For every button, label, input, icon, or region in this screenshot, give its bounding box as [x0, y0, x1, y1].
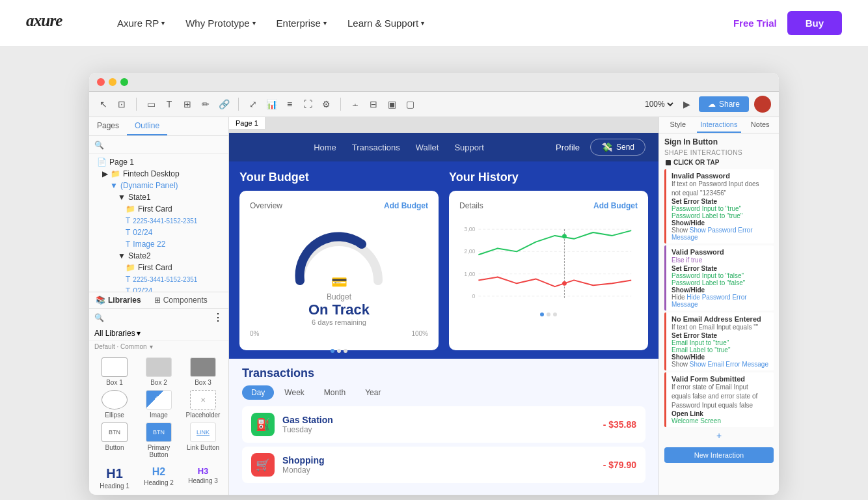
widget-icon[interactable]: ⊞ — [181, 98, 194, 111]
rectangle-icon[interactable]: ▭ — [144, 98, 157, 111]
comp-placeholder[interactable]: ✕ Placeholder — [183, 390, 223, 419]
proto-nav-wallet[interactable]: Wallet — [416, 143, 439, 152]
tree-item-fintech[interactable]: ▶ 📁 Fintech Desktop — [89, 168, 228, 180]
tree-item-card-number[interactable]: T 2225-3441-5152-2351 — [89, 215, 228, 227]
page-tree: 📄 Page 1 ▶ 📁 Fintech Desktop ▼ (Dynamic … — [89, 154, 228, 292]
close-dot[interactable] — [97, 78, 105, 86]
proto-nav-support[interactable]: Support — [454, 143, 484, 152]
comp-box1[interactable]: Box 1 — [94, 357, 135, 386]
tab-components[interactable]: ⊞ Components — [148, 292, 214, 308]
add-interaction[interactable]: + — [659, 429, 779, 442]
more-icon[interactable]: ⋮ — [213, 311, 223, 324]
ungroup-icon[interactable]: ▢ — [403, 98, 416, 111]
group-icon[interactable]: ▣ — [385, 98, 398, 111]
trans-tab-week[interactable]: Week — [275, 385, 313, 400]
fullscreen-dot[interactable] — [120, 78, 128, 86]
tab-notes[interactable]: Notes — [741, 117, 779, 133]
tree-item-first-card2[interactable]: 📁 First Card — [89, 262, 228, 273]
tree-item-date1[interactable]: T 02/24 — [89, 227, 228, 238]
new-interaction-button[interactable]: New Interaction — [664, 447, 774, 463]
select-tool-icon[interactable]: ↖ — [97, 98, 110, 111]
text-icon[interactable]: T — [163, 98, 176, 111]
tree-item-state1[interactable]: ▼ State1 — [89, 191, 228, 203]
h3-icon: H3 — [198, 466, 209, 476]
history-overview: Details — [459, 201, 483, 210]
proto-nav-links: Home Transactions Wallet Support — [242, 143, 556, 152]
comp-image[interactable]: 🏔 Image — [139, 390, 179, 419]
heading3-item[interactable]: H3 Heading 3 — [183, 466, 223, 490]
tree-item-card-number2[interactable]: T 2225-3441-5152-2351 — [89, 273, 228, 285]
search-input[interactable] — [94, 141, 223, 150]
ellipse-icon — [102, 390, 128, 410]
expand-icon[interactable]: ⛶ — [301, 98, 314, 111]
trans-tab-year[interactable]: Year — [356, 385, 390, 400]
buy-button[interactable]: Buy — [787, 11, 842, 35]
gear-icon[interactable]: ⚙ — [319, 98, 332, 111]
heading2-item[interactable]: H2 Heading 2 — [139, 466, 179, 490]
trans-tab-day[interactable]: Day — [242, 385, 274, 400]
lib-dropdown[interactable]: All Libraries ▾ — [89, 326, 228, 341]
primary-button-icon: BTN — [146, 423, 172, 442]
comp-button[interactable]: BTN Button — [94, 423, 135, 458]
trans-tabs: Day Week Month Year — [242, 385, 645, 400]
folder-icon: 📁 — [126, 263, 135, 272]
comp-link-button[interactable]: LINK Link Button — [183, 423, 223, 458]
tab-interactions[interactable]: Interactions — [697, 117, 742, 133]
svg-text:2,00: 2,00 — [464, 248, 475, 255]
nav-axure-rp[interactable]: Axure RP ▾ — [117, 18, 165, 29]
fit-icon[interactable]: ⤢ — [247, 98, 260, 111]
folder-icon: ▶ — [102, 169, 108, 178]
budget-add-button[interactable]: Add Budget — [384, 201, 428, 210]
tree-item-date2[interactable]: T 02/24 — [89, 285, 228, 292]
filter-icon[interactable]: ≡ — [283, 98, 296, 111]
connect-icon[interactable]: 🔗 — [217, 98, 230, 111]
nav-why-prototype[interactable]: Why Prototype ▾ — [185, 18, 255, 29]
nav-enterprise[interactable]: Enterprise ▾ — [277, 18, 327, 29]
library-icon: 📚 — [96, 296, 105, 305]
share-button[interactable]: ☁ Share — [699, 96, 749, 112]
lib-search-input[interactable] — [94, 313, 213, 322]
logo[interactable]: axure — [26, 11, 91, 35]
play-icon[interactable]: ▶ — [681, 98, 694, 111]
history-add-button[interactable]: Add Budget — [593, 201, 638, 210]
lib-search-bar: ⋮ — [89, 309, 228, 326]
comp-box2[interactable]: Box 2 — [139, 357, 179, 386]
hist-dot-2 — [547, 312, 550, 316]
tab-pages[interactable]: Pages — [89, 117, 127, 135]
tab-outline[interactable]: Outline — [127, 117, 167, 135]
proto-nav-profile[interactable]: Profile — [556, 143, 580, 152]
proto-nav-home[interactable]: Home — [314, 143, 336, 152]
trans-tab-month[interactable]: Month — [315, 385, 355, 400]
proto-send-button[interactable]: 💸 Send — [590, 139, 645, 156]
tab-style[interactable]: Style — [659, 117, 697, 133]
distribute-icon[interactable]: ⊟ — [367, 98, 380, 111]
avatar[interactable] — [754, 96, 771, 113]
toolbar-separator — [136, 98, 137, 111]
zoom-select[interactable]: 100% — [642, 99, 675, 109]
align-icon[interactable]: ⫠ — [349, 98, 362, 111]
free-trial-link[interactable]: Free Trial — [733, 18, 777, 29]
comp-ellipse[interactable]: Ellipse — [94, 390, 135, 419]
nav-learn-support[interactable]: Learn & Support ▾ — [347, 18, 424, 29]
crop-icon[interactable]: ⊡ — [115, 98, 128, 111]
interaction-invalid-password: Invalid Password If text on Password Inp… — [664, 169, 774, 243]
comp-primary-button[interactable]: BTN Primary Button — [139, 423, 179, 458]
gas-name: Gas Station — [282, 415, 595, 425]
tree-item-image22[interactable]: T Image 22 — [89, 238, 228, 250]
tree-item-page1[interactable]: 📄 Page 1 — [89, 156, 228, 168]
comp-box3[interactable]: Box 3 — [183, 357, 223, 386]
pen-icon[interactable]: ✏ — [199, 98, 212, 111]
minimize-dot[interactable] — [109, 78, 116, 86]
text-icon: T — [126, 216, 130, 225]
left-panel: Pages Outline 📄 Page 1 ▶ 📁 Fintech Deskt… — [89, 117, 229, 495]
tab-libraries[interactable]: 📚 Libraries — [89, 292, 148, 308]
proto-nav-transactions[interactable]: Transactions — [352, 143, 400, 152]
page-tab[interactable]: Page 1 — [229, 117, 265, 130]
tree-item-state2[interactable]: ▼ State2 — [89, 250, 228, 262]
chart-icon[interactable]: 📊 — [265, 98, 278, 111]
image-icon: 🏔 — [146, 390, 172, 410]
gauge-container: 💳 Budget On Track 6 days remaining 0% 10… — [250, 215, 428, 344]
heading1-item[interactable]: H1 Heading 1 — [94, 466, 135, 490]
tree-item-first-card[interactable]: 📁 First Card — [89, 203, 228, 215]
tree-item-dynamic-panel[interactable]: ▼ (Dynamic Panel) — [89, 180, 228, 191]
